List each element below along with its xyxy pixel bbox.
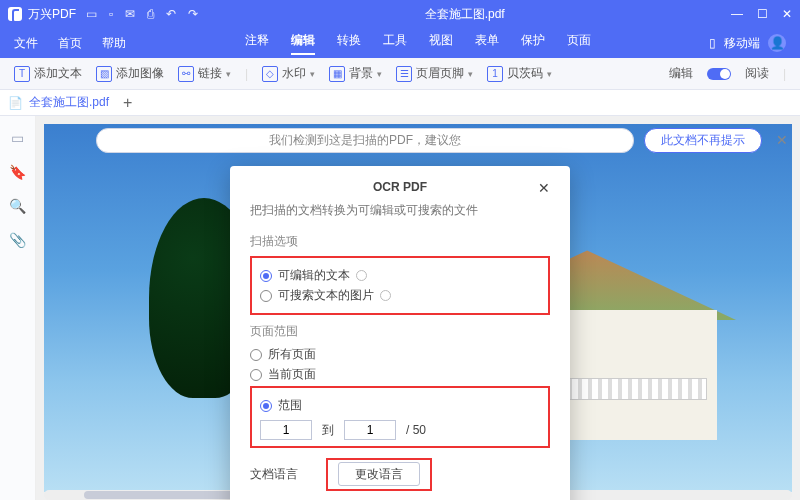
menu-help[interactable]: 帮助 <box>102 35 126 52</box>
window-controls: — ☐ ✕ <box>731 7 792 21</box>
tool-watermark[interactable]: ◇水印▾ <box>262 65 315 82</box>
radio-icon <box>250 349 262 361</box>
radio-searchable-image[interactable]: 可搜索文本的图片 <box>260 287 540 304</box>
tab-tools[interactable]: 工具 <box>383 32 407 55</box>
radio-icon <box>260 290 272 302</box>
tool-bates[interactable]: 1贝茨码▾ <box>487 65 552 82</box>
tool-link[interactable]: ⚯链接▾ <box>178 65 231 82</box>
chevron-down-icon: ▾ <box>377 69 382 79</box>
notice-text: 我们检测到这是扫描的PDF，建议您 <box>96 128 634 153</box>
edit-toolbar: T添加文本 ▧添加图像 ⚯链接▾ | ◇水印▾ ▦背景▾ ☰页眉页脚▾ 1贝茨码… <box>0 58 800 90</box>
mode-read-label: 阅读 <box>745 65 769 82</box>
watermark-icon: ◇ <box>262 66 278 82</box>
tab-edit[interactable]: 编辑 <box>291 32 315 55</box>
mode-edit-label: 编辑 <box>669 65 693 82</box>
undo-icon[interactable]: ↶ <box>166 7 176 21</box>
highlight-scan-options: 可编辑的文本 可搜索文本的图片 <box>250 256 550 315</box>
app-name: 万兴PDF <box>28 6 76 23</box>
menu-mobile[interactable]: 移动端 <box>724 35 760 52</box>
notice-close-icon[interactable]: ✕ <box>776 132 788 148</box>
dialog-subtitle: 把扫描的文档转换为可编辑或可搜索的文件 <box>250 202 550 219</box>
file-tab-name: 全套施工图.pdf <box>29 94 109 111</box>
image-icon: ▧ <box>96 66 112 82</box>
chevron-down-icon: ▾ <box>547 69 552 79</box>
help-icon[interactable] <box>380 290 391 301</box>
header-footer-icon: ☰ <box>396 66 412 82</box>
file-tab[interactable]: 📄 全套施工图.pdf <box>8 94 109 111</box>
file-tab-bar: 📄 全套施工图.pdf + <box>0 90 800 116</box>
radio-all-pages[interactable]: 所有页面 <box>250 346 550 363</box>
tab-form[interactable]: 表单 <box>475 32 499 55</box>
save-icon[interactable]: ▫ <box>109 7 113 21</box>
chevron-down-icon: ▾ <box>310 69 315 79</box>
range-to-label: 到 <box>322 422 334 439</box>
range-from-input[interactable] <box>260 420 312 440</box>
chevron-down-icon: ▾ <box>468 69 473 79</box>
user-avatar-icon[interactable]: 👤 <box>768 34 786 52</box>
notice-dismiss-button[interactable]: 此文档不再提示 <box>644 128 762 153</box>
workspace: ▭ 🔖 🔍 📎 我们检测到这是扫描的PDF，建议您 此文档不再提示 ✕ OCR … <box>0 116 800 500</box>
tab-convert[interactable]: 转换 <box>337 32 361 55</box>
menu-file[interactable]: 文件 <box>14 35 38 52</box>
tab-protect[interactable]: 保护 <box>521 32 545 55</box>
range-to-input[interactable] <box>344 420 396 440</box>
background-icon: ▦ <box>329 66 345 82</box>
tab-page[interactable]: 页面 <box>567 32 591 55</box>
radio-range[interactable]: 范围 <box>260 397 540 414</box>
tab-annotate[interactable]: 注释 <box>245 32 269 55</box>
radio-current-page[interactable]: 当前页面 <box>250 366 550 383</box>
highlight-page-range: 范围 到 / 50 <box>250 386 550 448</box>
tool-add-image[interactable]: ▧添加图像 <box>96 65 164 82</box>
radio-icon <box>260 400 272 412</box>
page-range-heading: 页面范围 <box>250 323 550 340</box>
ribbon-tabs: 注释 编辑 转换 工具 视图 表单 保护 页面 <box>245 32 591 55</box>
app-logo-icon <box>8 7 22 21</box>
change-language-button[interactable]: 更改语言 <box>338 462 420 486</box>
link-icon: ⚯ <box>178 66 194 82</box>
range-total: / 50 <box>406 423 426 437</box>
search-icon[interactable]: 🔍 <box>9 198 26 214</box>
maximize-icon[interactable]: ☐ <box>757 7 768 21</box>
tool-header-footer[interactable]: ☰页眉页脚▾ <box>396 65 473 82</box>
menubar: 文件 首页 帮助 注释 编辑 转换 工具 视图 表单 保护 页面 ▯ 移动端 👤 <box>0 28 800 58</box>
ocr-notice-bar: 我们检测到这是扫描的PDF，建议您 此文档不再提示 ✕ <box>96 128 788 152</box>
bookmark-icon[interactable]: 🔖 <box>9 164 26 180</box>
radio-icon <box>250 369 262 381</box>
chevron-down-icon: ▾ <box>226 69 231 79</box>
new-tab-button[interactable]: + <box>123 94 132 112</box>
mobile-icon[interactable]: ▯ <box>709 36 716 50</box>
titlebar-quick-actions: ▭ ▫ ✉ ⎙ ↶ ↷ <box>86 7 198 21</box>
scan-options-heading: 扫描选项 <box>250 233 550 250</box>
tab-view[interactable]: 视图 <box>429 32 453 55</box>
highlight-change-language: 更改语言 <box>326 458 432 491</box>
titlebar: 万兴PDF ▭ ▫ ✉ ⎙ ↶ ↷ 全套施工图.pdf — ☐ ✕ <box>0 0 800 28</box>
pdf-file-icon: 📄 <box>8 96 23 110</box>
dialog-close-icon[interactable]: ✕ <box>538 180 550 196</box>
menu-home[interactable]: 首页 <box>58 35 82 52</box>
dialog-title: OCR PDF <box>373 180 427 194</box>
attachment-icon[interactable]: 📎 <box>9 232 26 248</box>
doc-language-label: 文档语言 <box>250 466 298 483</box>
open-icon[interactable]: ▭ <box>86 7 97 21</box>
left-sidebar: ▭ 🔖 🔍 📎 <box>0 116 36 500</box>
ocr-dialog: OCR PDF ✕ 把扫描的文档转换为可编辑或可搜索的文件 扫描选项 可编辑的文… <box>230 166 570 500</box>
mail-icon[interactable]: ✉ <box>125 7 135 21</box>
close-icon[interactable]: ✕ <box>782 7 792 21</box>
tool-add-text[interactable]: T添加文本 <box>14 65 82 82</box>
help-icon[interactable] <box>356 270 367 281</box>
document-title: 全套施工图.pdf <box>198 6 731 23</box>
edit-mode-toggle[interactable] <box>707 68 731 80</box>
tool-background[interactable]: ▦背景▾ <box>329 65 382 82</box>
text-icon: T <box>14 66 30 82</box>
thumbnails-icon[interactable]: ▭ <box>11 130 24 146</box>
print-icon[interactable]: ⎙ <box>147 7 154 21</box>
bates-icon: 1 <box>487 66 503 82</box>
redo-icon[interactable]: ↷ <box>188 7 198 21</box>
minimize-icon[interactable]: — <box>731 7 743 21</box>
radio-editable-text[interactable]: 可编辑的文本 <box>260 267 540 284</box>
radio-icon <box>260 270 272 282</box>
